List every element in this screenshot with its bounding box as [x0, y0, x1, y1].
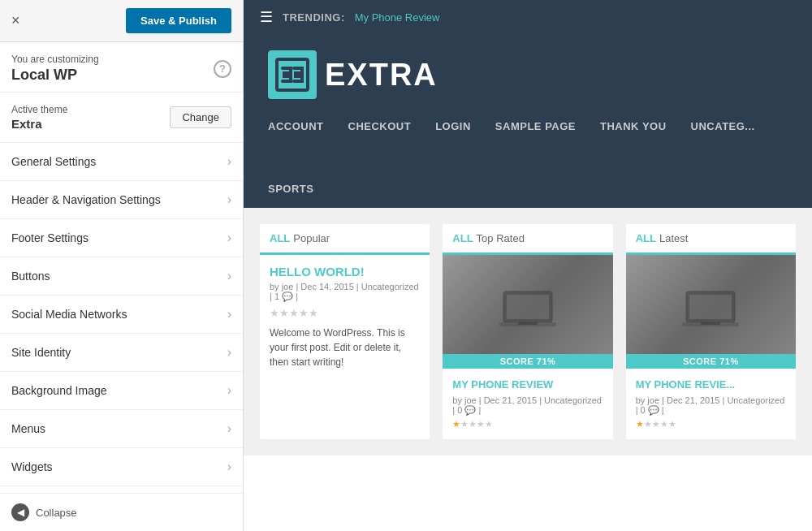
- card-post-title[interactable]: MY PHONE REVIE...: [636, 378, 786, 392]
- card-image: [443, 255, 612, 369]
- svg-rect-4: [518, 322, 538, 325]
- card-body: HELLO WORLD! by joe | Dec 14, 2015 | Unc…: [260, 255, 430, 379]
- menu-item-site-identity[interactable]: Site Identity ›: [0, 334, 243, 372]
- card-tab-all: ALL: [270, 232, 290, 244]
- logo-icon: [268, 50, 317, 99]
- score-badge: SCORE 71%: [626, 354, 796, 369]
- hamburger-icon[interactable]: ☰: [260, 8, 273, 26]
- menu-item-menus[interactable]: Menus ›: [0, 410, 243, 448]
- preview-header: EXTRA: [244, 34, 812, 107]
- collapse-bar[interactable]: ◀ Collapse: [0, 493, 243, 531]
- card-post-stars: ★★★★★: [636, 419, 786, 430]
- card-tab: ALL Top Rated: [443, 224, 612, 255]
- card-latest: ALL Latest SCORE: [626, 224, 796, 439]
- card-tab-label: Latest: [659, 232, 688, 244]
- preview-content: ALL Popular HELLO WORLD! by joe | Dec 14…: [244, 208, 812, 455]
- chevron-right-icon: ›: [227, 460, 231, 474]
- cards-row: ALL Popular HELLO WORLD! by joe | Dec 14…: [260, 224, 796, 439]
- menu-item-label: General Settings: [11, 155, 96, 168]
- chevron-right-icon: ›: [227, 307, 231, 322]
- menu-item-label: Buttons: [11, 270, 50, 283]
- card-tab-all: ALL: [452, 232, 473, 244]
- card-image: [626, 255, 796, 369]
- chevron-right-icon: ›: [227, 421, 231, 436]
- theme-name: Extra: [11, 117, 67, 131]
- nav-item-sports[interactable]: SPORTS: [268, 170, 313, 208]
- card-tab: ALL Latest: [626, 224, 796, 255]
- laptop-image: [626, 255, 796, 369]
- logo-text: EXTRA: [325, 58, 438, 93]
- card-tab-all: ALL: [636, 232, 656, 244]
- chevron-right-icon: ›: [227, 231, 231, 245]
- card-post-title[interactable]: MY PHONE REVIEW: [452, 378, 603, 392]
- chevron-right-icon: ›: [227, 383, 231, 398]
- card-body: MY PHONE REVIE... by joe | Dec 21, 2015 …: [626, 369, 796, 439]
- site-name: Local WP: [11, 67, 99, 84]
- card-tab: ALL Popular: [260, 224, 430, 255]
- svg-rect-2: [507, 295, 549, 319]
- menu-item-header-nav[interactable]: Header & Navigation Settings ›: [0, 181, 243, 219]
- menu-item-label: Menus: [11, 422, 45, 435]
- card-post-meta: by joe | Dec 21, 2015 | Uncategorized | …: [636, 395, 786, 416]
- card-image-container: SCORE 71%: [626, 255, 796, 369]
- menu-item-background-image[interactable]: Background Image ›: [0, 372, 243, 410]
- menu-item-footer-settings[interactable]: Footer Settings ›: [0, 219, 243, 257]
- card-image-container: SCORE 71%: [443, 255, 612, 369]
- card-body: MY PHONE REVIEW by joe | Dec 21, 2015 | …: [443, 369, 612, 439]
- menu-item-label: Widgets: [11, 460, 53, 473]
- preview-nav: ACCOUNT CHECKOUT LOGIN SAMPLE PAGE THANK…: [244, 107, 812, 208]
- save-publish-button[interactable]: Save & Publish: [126, 8, 231, 33]
- menu-item-buttons[interactable]: Buttons ›: [0, 257, 243, 296]
- laptop-image: [443, 255, 612, 369]
- nav-item-sample-page[interactable]: SAMPLE PAGE: [495, 107, 576, 145]
- topbar: × Save & Publish: [0, 0, 243, 42]
- card-stars: ★★★★★: [270, 307, 420, 319]
- card-post-stars: ★★★★★: [452, 419, 603, 430]
- preview-panel: ☰ TRENDING: My Phone Review EXTRA ACCOUN…: [244, 0, 812, 531]
- chevron-right-icon: ›: [227, 154, 231, 169]
- card-popular: ALL Popular HELLO WORLD! by joe | Dec 14…: [260, 224, 430, 439]
- nav-item-uncategorized[interactable]: UNCATEG...: [691, 107, 755, 145]
- card-tab-label: Top Rated: [477, 232, 525, 244]
- nav-item-account[interactable]: ACCOUNT: [268, 107, 324, 145]
- active-theme-label: Active theme: [11, 104, 67, 115]
- card-title[interactable]: HELLO WORLD!: [270, 265, 420, 278]
- nav-item-thank-you[interactable]: THANK YOU: [600, 107, 667, 145]
- chevron-right-icon: ›: [227, 345, 231, 360]
- chevron-right-icon: ›: [227, 269, 231, 283]
- active-theme-section: Active theme Extra Change: [0, 93, 243, 143]
- trending-label: TRENDING:: [283, 11, 345, 24]
- close-button[interactable]: ×: [11, 12, 20, 29]
- card-post-meta: by joe | Dec 21, 2015 | Uncategorized | …: [452, 395, 603, 416]
- collapse-icon: ◀: [11, 503, 29, 521]
- card-top-rated: ALL Top Rated SC: [443, 224, 612, 439]
- nav-item-checkout[interactable]: CHECKOUT: [348, 107, 412, 145]
- menu-item-label: Site Identity: [11, 346, 71, 359]
- nav-item-login[interactable]: LOGIN: [435, 107, 471, 145]
- logo-container: EXTRA: [268, 50, 788, 99]
- menu-item-general-settings[interactable]: General Settings ›: [0, 143, 243, 181]
- menu-item-label: Footer Settings: [11, 231, 89, 244]
- menu-item-label: Background Image: [11, 384, 107, 397]
- score-badge: SCORE 71%: [443, 354, 612, 369]
- menu-item-label: Header & Navigation Settings: [11, 193, 161, 206]
- change-theme-button[interactable]: Change: [170, 106, 231, 128]
- collapse-label: Collapse: [36, 507, 77, 519]
- help-icon[interactable]: ?: [214, 60, 231, 78]
- customizing-section: You are customizing Local WP ?: [0, 42, 243, 93]
- svg-rect-8: [701, 322, 720, 325]
- svg-rect-6: [689, 295, 732, 319]
- customizing-label: You are customizing: [11, 54, 99, 65]
- menu-item-label: Social Media Networks: [11, 308, 127, 321]
- card-excerpt: Welcome to WordPress. This is your first…: [270, 326, 420, 369]
- chevron-right-icon: ›: [227, 192, 231, 207]
- preview-topbar: ☰ TRENDING: My Phone Review: [244, 0, 812, 34]
- menu-list: General Settings › Header & Navigation S…: [0, 143, 243, 486]
- menu-item-widgets[interactable]: Widgets ›: [0, 448, 243, 486]
- menu-item-social-media[interactable]: Social Media Networks ›: [0, 296, 243, 334]
- card-tab-label: Popular: [293, 232, 330, 244]
- customizer-panel: × Save & Publish You are customizing Loc…: [0, 0, 244, 531]
- card-meta: by joe | Dec 14, 2015 | Uncategorized | …: [270, 282, 420, 302]
- trending-link[interactable]: My Phone Review: [355, 11, 440, 24]
